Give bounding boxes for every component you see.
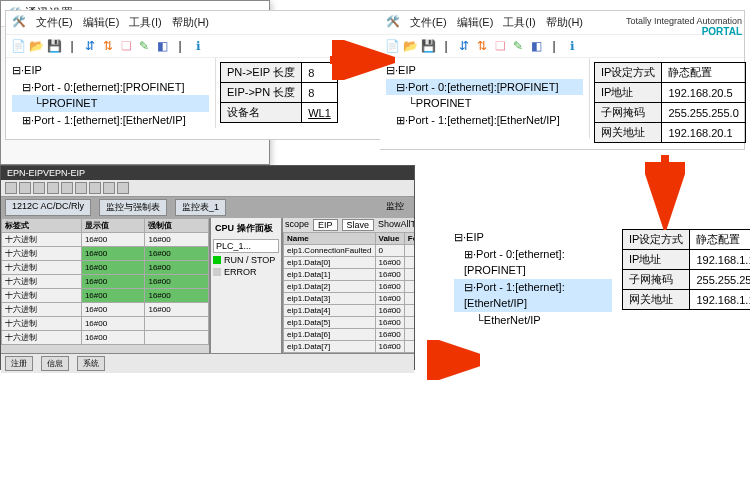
device-tree[interactable]: ⊟·EIP ⊞·Port - 0:[ethernet]:[PROFINET] ⊟… [448, 225, 618, 305]
tree-port1[interactable]: ⊞·Port - 1:[ethernet]:[EtherNet/IP] [12, 112, 209, 129]
toolbar [1, 180, 414, 197]
arrow-right-icon [325, 40, 395, 80]
tree-port0[interactable]: ⊟·Port - 0:[ethernet]:[PROFINET] [12, 79, 209, 96]
table-row[interactable]: 十六进制16#0016#00 [2, 233, 209, 247]
crumb[interactable]: 监控表_1 [175, 199, 226, 216]
save-icon[interactable]: 💾 [46, 38, 62, 54]
crumb[interactable]: 1212C AC/DC/Rly [5, 199, 91, 216]
tb-icon[interactable] [75, 182, 87, 194]
table-row[interactable]: eip1.Data[5]16#00 [284, 317, 415, 329]
menu-help[interactable]: 帮助(H) [546, 15, 583, 30]
table-row[interactable]: eip1.Data[2]16#00 [284, 281, 415, 293]
menu-edit[interactable]: 编辑(E) [457, 15, 494, 30]
config-window-c: ⊟·EIP ⊞·Port - 0:[ethernet]:[PROFINET] ⊟… [448, 225, 748, 315]
tool5-icon[interactable]: ◧ [154, 38, 170, 54]
table-row[interactable]: 十六进制16#00 [2, 331, 209, 345]
table-row[interactable]: 十六进制16#00 [2, 317, 209, 331]
tag-table[interactable]: scope EIP Slave ShowAllTags NameValueFor… [283, 218, 414, 353]
tool5-icon[interactable]: ◧ [528, 38, 544, 54]
tb-icon[interactable] [47, 182, 59, 194]
tool3-icon[interactable]: ❏ [492, 38, 508, 54]
tb-icon[interactable] [19, 182, 31, 194]
error-led-icon [213, 268, 221, 276]
tree-profinet[interactable]: └PROFINET [386, 95, 583, 112]
menu-file[interactable]: 文件(E) [410, 15, 447, 30]
menu-tool[interactable]: 工具(I) [503, 15, 535, 30]
crumb[interactable]: 监控与强制表 [99, 199, 167, 216]
open-icon[interactable]: 📂 [402, 38, 418, 54]
run-led-icon [213, 256, 221, 264]
new-icon[interactable]: 📄 [10, 38, 26, 54]
device-tree[interactable]: ⊟·EIP ⊟·Port - 0:[ethernet]:[PROFINET] └… [380, 58, 590, 138]
table-row[interactable]: eip1.Data[4]16#00 [284, 305, 415, 317]
table-row[interactable]: eip1.Data[0]16#00 [284, 257, 415, 269]
tool1-icon[interactable]: ⇵ [456, 38, 472, 54]
table-row[interactable]: eip1.Data[1]16#00 [284, 269, 415, 281]
table-row[interactable]: eip1.ConnectionFaulted0 [284, 245, 415, 257]
cpu-title: CPU 操作面板 [213, 220, 279, 237]
menubar: 🛠️ 文件(E) 编辑(E) 工具(I) 帮助(H) [6, 11, 419, 35]
info-icon[interactable]: ℹ [190, 38, 206, 54]
tool3-icon[interactable]: ❏ [118, 38, 134, 54]
table-row[interactable]: 十六进制16#0016#00 [2, 275, 209, 289]
device-tree[interactable]: ⊟·EIP ⊟·Port - 0:[ethernet]:[PROFINET] └… [6, 58, 216, 128]
cpu-panel: CPU 操作面板 PLC_1... RUN / STOP ERROR [211, 218, 283, 353]
tree-port0[interactable]: ⊞·Port - 0:[ethernet]:[PROFINET] [454, 246, 612, 279]
table-row[interactable]: 十六进制16#0016#00 [2, 303, 209, 317]
tool2-icon[interactable]: ⇅ [474, 38, 490, 54]
properties-table: IP设定方式静态配置 IP地址192.168.20.5 子网掩码255.255.… [594, 62, 746, 143]
tree-root[interactable]: ⊟·EIP [386, 62, 583, 79]
tree-profinet[interactable]: └PROFINET [12, 95, 209, 112]
table-row[interactable]: 十六进制16#0016#00 [2, 289, 209, 303]
tb-icon[interactable] [33, 182, 45, 194]
tool2-icon[interactable]: ⇅ [100, 38, 116, 54]
table-row[interactable]: 十六进制16#0016#00 [2, 247, 209, 261]
menu-edit[interactable]: 编辑(E) [83, 15, 120, 30]
tree-port0[interactable]: ⊟·Port - 0:[ethernet]:[PROFINET] [386, 79, 583, 96]
error-label: ERROR [224, 267, 257, 277]
prop-row: 设备名WL1 [221, 103, 338, 123]
open-icon[interactable]: 📂 [28, 38, 44, 54]
cpu-device: PLC_1... [213, 239, 279, 253]
table-row[interactable]: eip1.Data[6]16#00 [284, 329, 415, 341]
tree-port1[interactable]: ⊟·Port - 1:[ethernet]:[EtherNet/IP] [454, 279, 612, 312]
info-icon[interactable]: ℹ [564, 38, 580, 54]
window-title: EPN-EIPVEPN-EIP [7, 168, 85, 178]
tb-icon[interactable] [61, 182, 73, 194]
tool4-icon[interactable]: ✎ [136, 38, 152, 54]
prop-row: PN->EIP 长度8 [221, 63, 338, 83]
menu-file[interactable]: 文件(E) [36, 15, 73, 30]
toolbar: 📄 📂 💾 | ⇵ ⇅ ❏ ✎ ◧ | ℹ [380, 35, 744, 58]
tb-icon[interactable] [89, 182, 101, 194]
menu-help[interactable]: 帮助(H) [172, 15, 209, 30]
tool4-icon[interactable]: ✎ [510, 38, 526, 54]
tree-ethernetip[interactable]: └EtherNet/IP [454, 312, 612, 329]
header-label: 监控 [380, 199, 410, 216]
prop-row: EIP->PN 长度8 [221, 83, 338, 103]
register-button[interactable]: 注册 [5, 356, 33, 371]
watch-table[interactable]: 标签式显示值强制值 十六进制16#0016#00十六进制16#0016#00十六… [1, 218, 211, 353]
tree-port1[interactable]: ⊞·Port - 1:[ethernet]:[EtherNet/IP] [386, 112, 583, 129]
breadcrumb-tabs: 1212C AC/DC/Rly 监控与强制表 监控表_1 监控 [1, 197, 414, 218]
sep: | [172, 38, 188, 54]
save-icon[interactable]: 💾 [420, 38, 436, 54]
info-button[interactable]: 信息 [41, 356, 69, 371]
table-row[interactable]: 十六进制16#0016#00 [2, 261, 209, 275]
tb-icon[interactable] [5, 182, 17, 194]
tb-icon[interactable] [117, 182, 129, 194]
app-icon: 🛠️ [12, 15, 26, 30]
tb-icon[interactable] [103, 182, 115, 194]
tree-root[interactable]: ⊟·EIP [12, 62, 209, 79]
status-bar: 注册 信息 系统 [1, 353, 414, 373]
sep: | [64, 38, 80, 54]
sep: | [438, 38, 454, 54]
table-row[interactable]: eip1.Data[3]16#00 [284, 293, 415, 305]
tool1-icon[interactable]: ⇵ [82, 38, 98, 54]
table-row[interactable]: eip1.Data[7]16#00 [284, 341, 415, 353]
tia-portal-window: EPN-EIPVEPN-EIP Totally Integrated Autom… [0, 165, 415, 370]
tree-root[interactable]: ⊟·EIP [454, 229, 612, 246]
app-icon: 🛠️ [386, 15, 400, 30]
table-row[interactable]: eip1.Data(...)(...) [284, 353, 415, 354]
menu-tool[interactable]: 工具(I) [129, 15, 161, 30]
sys-button[interactable]: 系统 [77, 356, 105, 371]
